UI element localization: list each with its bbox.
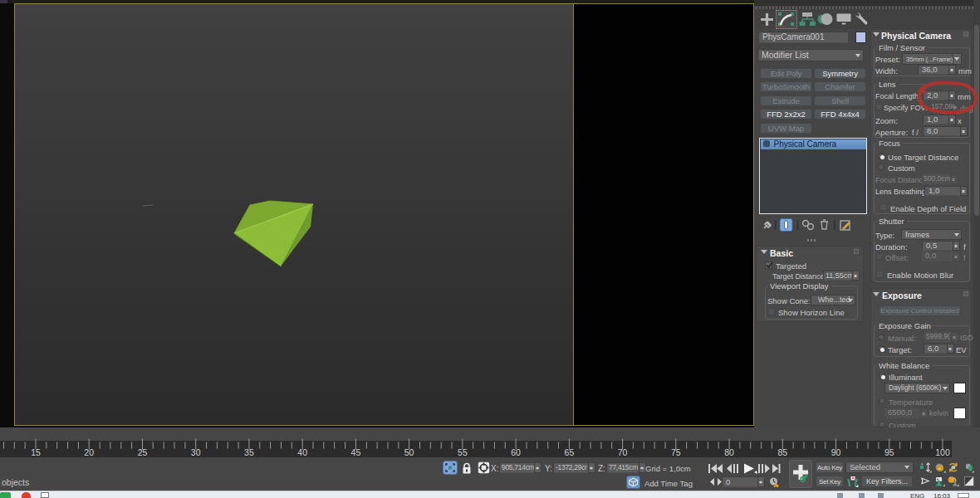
svg-text:55: 55 (458, 447, 468, 457)
svg-text:95: 95 (884, 447, 894, 457)
svg-text:80: 80 (724, 447, 734, 457)
svg-text:70: 70 (618, 447, 628, 457)
svg-text:100: 100 (935, 447, 950, 457)
svg-text:90: 90 (831, 447, 841, 457)
svg-text:25: 25 (138, 447, 148, 457)
svg-text:65: 65 (565, 447, 575, 457)
svg-text:50: 50 (404, 447, 414, 457)
svg-text:30: 30 (191, 447, 201, 457)
svg-text:85: 85 (777, 447, 787, 457)
svg-text:60: 60 (511, 447, 521, 457)
svg-text:15: 15 (31, 447, 41, 457)
svg-text:75: 75 (671, 447, 681, 457)
svg-text:35: 35 (244, 447, 254, 457)
svg-text:20: 20 (84, 447, 94, 457)
svg-text:40: 40 (297, 447, 307, 457)
svg-text:45: 45 (351, 447, 361, 457)
